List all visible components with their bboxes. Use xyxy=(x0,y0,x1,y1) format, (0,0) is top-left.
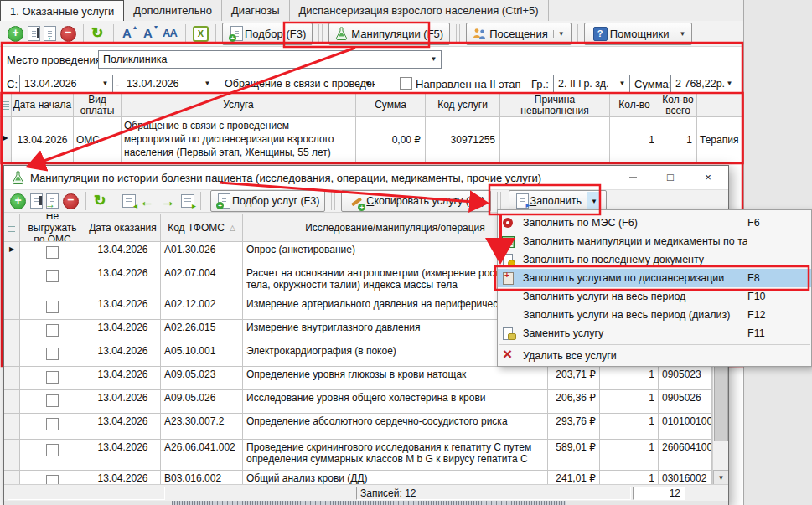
tab-rendered-services[interactable]: 1. Оказанные услуги xyxy=(0,0,124,21)
hscrollbar-thumb[interactable] xyxy=(172,501,566,505)
date-from-combo[interactable]: 13.04.2026 ▼ xyxy=(19,75,113,93)
helpers-button[interactable]: Помощники ▼ xyxy=(584,23,693,45)
col-header-code[interactable]: Код услуги xyxy=(426,94,500,117)
chevron-down-icon[interactable]: ▼ xyxy=(98,75,112,92)
font-reset-icon[interactable] xyxy=(163,26,178,42)
cell-dept[interactable]: Терапия xyxy=(697,117,743,162)
col-header-no-oms[interactable]: Не выгружать по ОМС xyxy=(20,214,85,242)
menu-item[interactable]: Заменить услугуF11 xyxy=(498,324,811,343)
no-oms-cell[interactable] xyxy=(20,320,85,343)
visits-button[interactable]: Посещения ▼ xyxy=(466,23,572,45)
menu-item[interactable]: Заполнить услуги на весь период (диализ)… xyxy=(498,306,811,324)
col-header-date[interactable]: Дата оказания xyxy=(85,214,161,242)
checkbox[interactable] xyxy=(46,394,59,407)
col-header-tfoms[interactable]: Код ТФОМС △ xyxy=(161,214,243,242)
podbor-services-button[interactable]: Подбор услуг (F3) xyxy=(210,190,325,212)
cell-code[interactable]: 30971255 xyxy=(426,117,500,162)
service-row[interactable]: 13.04.2026A26.06.041.002Проведение скрин… xyxy=(4,440,728,471)
checkbox[interactable] xyxy=(46,348,59,360)
maximize-button[interactable]: □ xyxy=(654,166,687,188)
copy-service-button[interactable]: Скопировать услугу (F5) xyxy=(341,190,490,212)
chevron-down-icon[interactable]: ▼ xyxy=(722,75,737,92)
dialog-title-bar[interactable]: Манипуляции по истории болезни пациента … xyxy=(4,166,728,189)
menu-item[interactable]: Заполнить услугами по диспансеризацииF8 xyxy=(498,269,811,287)
edit-icon[interactable] xyxy=(28,26,40,41)
col-header-reason[interactable]: Причина невыполнения xyxy=(500,94,610,117)
first-record-icon[interactable] xyxy=(122,194,136,208)
menu-item[interactable]: Заполнить услуги на весь периодF10 xyxy=(498,287,811,306)
chevron-down-icon[interactable]: ▼ xyxy=(615,75,629,92)
scrollbar-thumb[interactable] xyxy=(714,364,728,441)
close-button[interactable]: × xyxy=(691,166,725,188)
col-header-sum[interactable]: Сумма xyxy=(356,94,426,117)
col-header-qty[interactable]: Кол-во xyxy=(610,94,659,117)
checkbox[interactable] xyxy=(46,444,59,456)
cell-qty-total[interactable]: 1 xyxy=(659,117,697,162)
menu-item[interactable]: Удалить все услуги xyxy=(498,347,811,365)
last-record-icon[interactable] xyxy=(181,194,194,208)
chevron-down-icon[interactable]: ▼ xyxy=(427,51,441,68)
tab-diagnoses[interactable]: Диагнозы xyxy=(222,0,290,21)
no-oms-cell[interactable] xyxy=(20,471,85,485)
no-oms-cell[interactable] xyxy=(20,440,85,471)
delete-icon[interactable] xyxy=(63,193,79,209)
add-icon[interactable] xyxy=(10,193,26,209)
menu-item[interactable]: Заполнить по последнему документу xyxy=(498,250,811,269)
no-oms-cell[interactable] xyxy=(20,367,85,390)
col-header-service[interactable]: Услуга xyxy=(122,94,356,117)
service-row[interactable]: 13.04.2026A23.30.007.2Определение абсолю… xyxy=(4,414,728,440)
cell-pay[interactable]: ОМС xyxy=(74,117,122,162)
font-decrease-icon[interactable] xyxy=(142,26,158,42)
save-icon[interactable] xyxy=(44,26,56,41)
podbor-button[interactable]: Подбор (F3) xyxy=(222,23,313,45)
checkbox[interactable] xyxy=(46,418,59,430)
col-header-qty-total[interactable]: Кол-во всего xyxy=(659,94,697,117)
refresh-icon[interactable] xyxy=(93,193,109,209)
horizontal-scrollbar[interactable] xyxy=(4,501,728,505)
visits-dropdown-icon[interactable]: ▼ xyxy=(553,30,565,38)
fill-dropdown-icon[interactable]: ▼ xyxy=(587,192,601,210)
font-increase-icon[interactable] xyxy=(121,26,137,42)
no-oms-cell[interactable] xyxy=(20,242,85,265)
chevron-down-icon[interactable]: ▼ xyxy=(360,75,375,92)
checkbox[interactable] xyxy=(46,301,59,313)
service-row[interactable]: 13.04.2026A09.05.026Исследование уровня … xyxy=(4,390,728,414)
menu-item[interactable]: Заполнить манипуляции и медикаменты по т… xyxy=(498,232,811,250)
cell-date[interactable]: 13.04.2026 xyxy=(12,117,74,162)
tab-additional[interactable]: Дополнительно xyxy=(124,0,222,21)
place-combo[interactable]: Поликлиника ▼ xyxy=(98,50,442,69)
menu-item[interactable]: Заполнить по МЭС (F6)F6 xyxy=(498,214,811,232)
tab-dispensary[interactable]: Диспансеризация взрослого населения (Ctr… xyxy=(290,0,549,21)
chevron-down-icon[interactable]: ▼ xyxy=(200,75,215,92)
group-combo[interactable]: 2. II Гр. зд. ▼ xyxy=(553,75,630,93)
checkbox[interactable] xyxy=(46,270,59,282)
save-icon[interactable] xyxy=(46,193,59,209)
excel-export-icon[interactable] xyxy=(193,26,209,42)
cell-service[interactable]: Обращение в связи с проведением мероприя… xyxy=(122,117,356,162)
sum-combo[interactable]: 2 768,22р. ▼ xyxy=(670,75,737,93)
visit-type-combo[interactable]: Обращение в связи с проведением ▼ xyxy=(220,75,375,93)
checkbox[interactable] xyxy=(46,324,59,337)
no-oms-cell[interactable] xyxy=(20,390,85,414)
service-row[interactable]: 13.04.2026B03.016.002Общий анализ крови … xyxy=(4,471,728,485)
date-to-combo[interactable]: 13.04.2026 ▼ xyxy=(122,75,215,93)
col-header-pay[interactable]: Вид оплаты xyxy=(74,94,122,117)
no-oms-cell[interactable] xyxy=(20,265,85,296)
cell-sum[interactable]: 0,00 ₽ xyxy=(356,117,426,162)
col-header-date[interactable]: Дата начала xyxy=(12,94,74,117)
service-row[interactable]: 13.04.2026A09.05.023Определение уровня г… xyxy=(4,367,728,390)
minimize-button[interactable] xyxy=(616,166,649,188)
delete-icon[interactable] xyxy=(60,26,76,42)
no-oms-cell[interactable] xyxy=(20,414,85,440)
manipulations-button[interactable]: Манипуляции (F5) xyxy=(328,23,450,45)
helpers-dropdown-icon[interactable]: ▼ xyxy=(675,30,686,38)
checkbox[interactable] xyxy=(46,371,59,384)
no-oms-cell[interactable] xyxy=(20,343,85,367)
prev-record-icon[interactable]: ← xyxy=(140,193,156,209)
checkbox[interactable] xyxy=(46,246,59,259)
no-oms-cell[interactable] xyxy=(20,296,85,320)
add-icon[interactable] xyxy=(8,26,23,42)
next-record-icon[interactable]: → xyxy=(161,193,177,209)
col-header-dept[interactable] xyxy=(697,94,743,117)
stage2-checkbox[interactable] xyxy=(400,77,412,90)
